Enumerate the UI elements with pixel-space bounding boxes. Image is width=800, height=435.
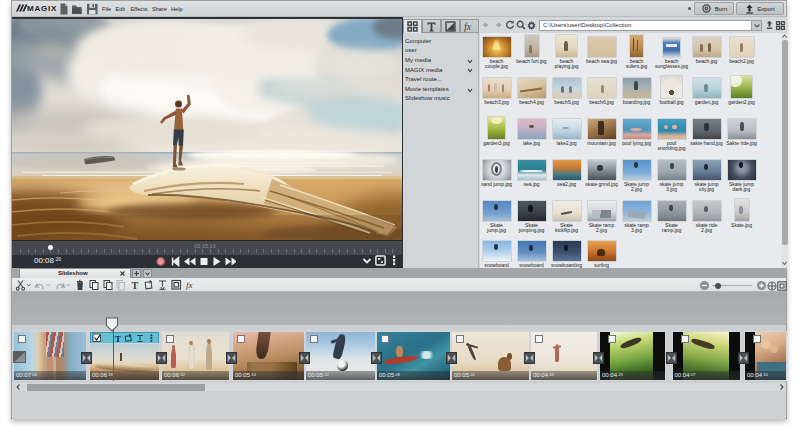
svg-text:fx: fx	[464, 21, 472, 32]
svg-text:T: T	[115, 334, 121, 344]
svg-text:T: T	[132, 280, 139, 291]
